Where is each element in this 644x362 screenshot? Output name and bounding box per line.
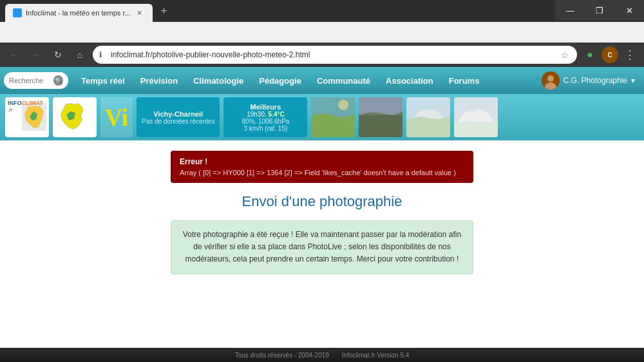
- minimize-button[interactable]: —: [555, 0, 585, 21]
- weather-card-meilleurs: Meilleurs 19h30, 5.4°C 80%, 1006.6hPa 3 …: [223, 97, 307, 137]
- weather-meilleurs-sub: 80%, 1006.6hPa: [229, 118, 302, 125]
- footer-copyright: Tous droits réservés - 2004-2019: [235, 352, 329, 359]
- forward-button[interactable]: →: [27, 46, 45, 64]
- menu-icon[interactable]: ⋮: [621, 46, 639, 64]
- nav-forums[interactable]: Forums: [441, 67, 488, 94]
- svg-point-8: [338, 100, 348, 110]
- nav-association[interactable]: Association: [378, 67, 441, 94]
- address-right-icons: ☆: [558, 48, 572, 62]
- page-title: Envoi d'une photographie: [10, 193, 634, 210]
- svg-rect-10: [359, 97, 402, 115]
- weather-meilleurs-title: Meilleurs: [229, 103, 302, 111]
- france-map-box: [53, 97, 97, 137]
- maximize-button[interactable]: ❐: [585, 0, 614, 21]
- site-nav: 🔍 Temps réel Prévision Climatologie Péda…: [0, 67, 644, 94]
- site-footer: Tous droits réservés - 2004-2019 Infocli…: [0, 348, 644, 362]
- photo-thumb-2: [359, 97, 402, 137]
- green-dot-icon: ●: [581, 46, 599, 64]
- user-avatar: [542, 71, 560, 90]
- weather-station-name: Vichy-Charneil: [142, 110, 214, 118]
- search-icon[interactable]: 🔍: [53, 75, 63, 86]
- weather-station-sub: Pas de données récentes: [142, 118, 214, 125]
- error-title: Erreur !: [180, 157, 464, 166]
- nav-temps-reel[interactable]: Temps réel: [73, 67, 133, 94]
- active-tab[interactable]: Infoclimat - la météo en temps r... ✕: [5, 4, 153, 22]
- logo-info: INFO: [8, 100, 22, 106]
- big-letter-box: Vi: [100, 97, 133, 137]
- footer-version: Infoclimat.fr Version 5.4: [342, 352, 410, 359]
- profile-avatar[interactable]: C: [601, 46, 618, 63]
- user-name: C.G. Photographie: [564, 76, 627, 85]
- big-letter: Vi: [105, 103, 129, 131]
- weather-card-vichy: Vichy-Charneil Pas de données récentes: [137, 97, 220, 137]
- error-message: Array ( [0] => HY000 [1] => 1364 [2] => …: [180, 169, 464, 176]
- user-menu-chevron: ▾: [631, 76, 635, 85]
- logo-climat: CLIMAT: [22, 100, 43, 106]
- browser-right-icons: ● C ⋮: [581, 46, 639, 64]
- photo-thumb-3: [406, 97, 450, 137]
- svg-point-1: [547, 75, 554, 82]
- error-box: Erreur ! Array ( [0] => HY000 [1] => 136…: [171, 151, 473, 183]
- nav-pedagogie[interactable]: Pédagogie: [251, 67, 309, 94]
- weather-temp: 5.4°C: [269, 111, 285, 118]
- browser-titlebar: Infoclimat - la météo en temps r... ✕ + …: [0, 0, 644, 21]
- search-box: 🔍: [4, 72, 68, 89]
- france-map-svg: [57, 100, 93, 135]
- success-message: Votre photographie a été reçue ! Elle va…: [182, 229, 462, 266]
- logo-box: INFOCLIMAT.fr: [5, 97, 49, 137]
- nav-climatologie[interactable]: Climatologie: [185, 67, 251, 94]
- star-icon[interactable]: ☆: [558, 48, 572, 62]
- info-icon: ℹ: [99, 50, 102, 59]
- back-button[interactable]: ←: [5, 46, 23, 64]
- home-button[interactable]: ⌂: [71, 46, 89, 64]
- new-tab-button[interactable]: +: [155, 2, 173, 20]
- search-input[interactable]: [9, 77, 51, 84]
- address-bar-wrap: ℹ ☆: [93, 46, 577, 64]
- site-header: INFOCLIMAT.fr Vi Vichy-Charneil Pas de d…: [0, 94, 644, 140]
- refresh-button[interactable]: ↻: [49, 46, 67, 64]
- photo-thumb-1: [311, 97, 355, 137]
- nav-prevision[interactable]: Prévision: [133, 67, 186, 94]
- tab-label: Infoclimat - la météo en temps r...: [26, 9, 131, 17]
- address-input[interactable]: [93, 46, 577, 64]
- success-box: Votre photographie a été reçue ! Elle va…: [171, 220, 473, 274]
- logo-sub: .fr: [8, 107, 13, 113]
- site-content: Erreur ! Array ( [0] => HY000 [1] => 136…: [0, 140, 644, 348]
- close-button[interactable]: ✕: [614, 0, 644, 21]
- site-wrapper: 🔍 Temps réel Prévision Climatologie Péda…: [0, 67, 644, 362]
- nav-communaute[interactable]: Communauté: [309, 67, 378, 94]
- weather-meilleurs-wind: 3 km/h (raf. 15): [229, 125, 302, 132]
- address-bar: ← → ↻ ⌂ ℹ ☆ ● C ⋮: [0, 43, 644, 67]
- weather-meilleurs-data: 19h30, 5.4°C: [229, 111, 302, 118]
- photo-thumb-4: [454, 97, 498, 137]
- tab-close-button[interactable]: ✕: [135, 8, 145, 18]
- user-menu[interactable]: C.G. Photographie ▾: [536, 71, 640, 90]
- tab-favicon: [13, 8, 22, 17]
